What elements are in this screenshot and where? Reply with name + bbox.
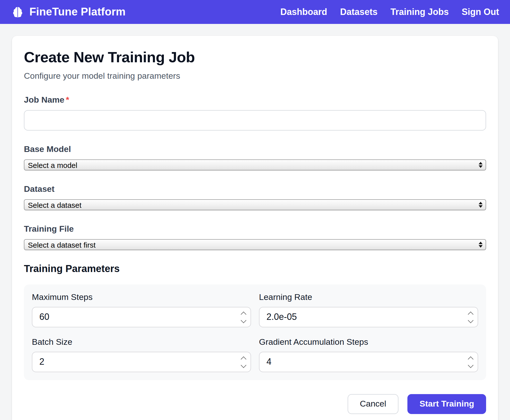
learning-rate-label: Learning Rate — [259, 292, 478, 302]
number-stepper-icon[interactable] — [467, 311, 475, 324]
batch-size-label: Batch Size — [32, 337, 251, 347]
number-stepper-icon[interactable] — [467, 355, 475, 368]
brain-icon — [11, 5, 24, 19]
cancel-button[interactable]: Cancel — [347, 394, 399, 414]
batch-size-input[interactable] — [32, 352, 251, 372]
gradient-accumulation-steps-input[interactable] — [259, 352, 478, 372]
nav-item-training-jobs[interactable]: Training Jobs — [390, 7, 449, 17]
top-navbar: FineTune Platform Dashboard Datasets Tra… — [0, 0, 510, 24]
job-name-label: Job Name* — [24, 95, 486, 105]
nav-item-dashboard[interactable]: Dashboard — [280, 7, 327, 17]
job-name-field: Job Name* — [24, 95, 486, 131]
brand-title: FineTune Platform — [29, 5, 126, 18]
number-stepper-icon[interactable] — [240, 311, 248, 324]
page-subtitle: Configure your model training parameters — [24, 71, 486, 81]
maximum-steps-field: Maximum Steps — [32, 292, 251, 327]
page-title: Create New Training Job — [24, 49, 486, 66]
gradient-accumulation-steps-field: Gradient Accumulation Steps — [259, 337, 478, 372]
required-marker: * — [66, 95, 69, 105]
training-file-field: Training File Select a dataset first — [24, 224, 486, 250]
base-model-label: Base Model — [24, 144, 486, 154]
create-training-job-card: Create New Training Job Configure your m… — [12, 36, 498, 420]
training-file-label: Training File — [24, 224, 486, 234]
nav-item-datasets[interactable]: Datasets — [340, 7, 378, 17]
training-parameters-heading: Training Parameters — [24, 263, 486, 275]
start-training-button[interactable]: Start Training — [408, 394, 486, 414]
maximum-steps-label: Maximum Steps — [32, 292, 251, 302]
learning-rate-field: Learning Rate — [259, 292, 478, 327]
form-actions: Cancel Start Training — [24, 394, 486, 414]
base-model-field: Base Model Select a model — [24, 144, 486, 170]
job-name-input[interactable] — [24, 110, 486, 131]
base-model-select[interactable]: Select a model — [24, 159, 486, 170]
dataset-label: Dataset — [24, 184, 486, 194]
dataset-select[interactable]: Select a dataset — [24, 199, 486, 210]
nav-item-sign-out[interactable]: Sign Out — [462, 7, 499, 17]
nav-links: Dashboard Datasets Training Jobs Sign Ou… — [280, 7, 499, 17]
training-parameters-panel: Maximum Steps Learning Rate Batch Size G… — [24, 284, 486, 380]
number-stepper-icon[interactable] — [240, 355, 248, 368]
brand-home-link[interactable]: FineTune Platform — [11, 5, 126, 19]
maximum-steps-input[interactable] — [32, 307, 251, 327]
batch-size-field: Batch Size — [32, 337, 251, 372]
dataset-field: Dataset Select a dataset — [24, 184, 486, 210]
learning-rate-input[interactable] — [259, 307, 478, 327]
gradient-accumulation-steps-label: Gradient Accumulation Steps — [259, 337, 478, 347]
training-file-select[interactable]: Select a dataset first — [24, 239, 486, 250]
